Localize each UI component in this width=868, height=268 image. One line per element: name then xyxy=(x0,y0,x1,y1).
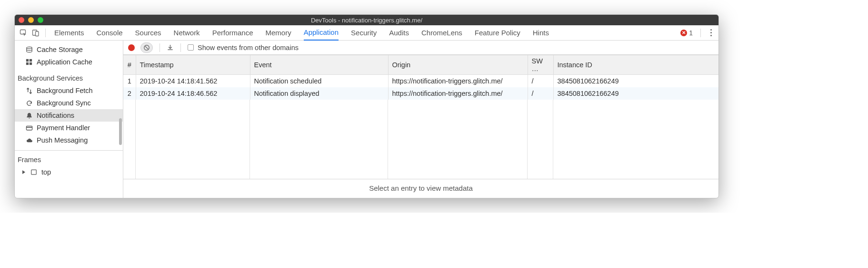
grid-icon xyxy=(25,58,33,66)
sidebar-item-push-messaging[interactable]: Push Messaging xyxy=(15,134,123,146)
window-minimize-button[interactable] xyxy=(28,17,34,23)
separator xyxy=(45,29,46,37)
more-menu-icon[interactable] xyxy=(708,27,714,38)
sidebar-item-frame-top[interactable]: top xyxy=(15,166,123,178)
table-row[interactable]: 1 2019-10-24 14:18:41.562 Notification s… xyxy=(123,75,718,88)
col-event[interactable]: Event xyxy=(250,55,388,75)
application-sidebar: Cache Storage Application Cache Backgrou… xyxy=(15,41,123,198)
panel-tabs: Elements Console Sources Network Perform… xyxy=(54,25,549,41)
scrollbar-thumb[interactable] xyxy=(119,118,122,145)
col-sw-scope[interactable]: SW … xyxy=(528,55,553,75)
cell-origin: https://notification-triggers.glitch.me/ xyxy=(388,75,528,88)
errors-badge[interactable]: ✕ 1 xyxy=(680,29,693,37)
cell-event: Notification scheduled xyxy=(250,75,388,88)
devtools-body: Cache Storage Application Cache Backgrou… xyxy=(15,41,718,198)
cell-sw-scope: / xyxy=(528,75,553,88)
tabbar-actions: ✕ 1 xyxy=(680,27,716,38)
sidebar-label: Cache Storage xyxy=(37,46,83,53)
table-empty-area xyxy=(123,100,718,179)
sidebar-label: Application Cache xyxy=(37,58,92,66)
main-panel: Show events from other domains # Timesta… xyxy=(123,41,718,198)
svg-rect-4 xyxy=(26,59,29,62)
checkbox-label: Show events from other domains xyxy=(198,44,299,52)
sidebar-item-cache-storage[interactable]: Cache Storage xyxy=(15,43,123,56)
window-title: DevTools - notification-triggers.glitch.… xyxy=(15,17,718,24)
error-icon: ✕ xyxy=(680,30,687,36)
frame-icon xyxy=(30,168,38,176)
tabbar: Elements Console Sources Network Perform… xyxy=(15,25,718,41)
triangle-right-icon xyxy=(21,168,26,176)
col-instance-id[interactable]: Instance ID xyxy=(553,55,718,75)
cell-number: 1 xyxy=(123,75,136,88)
tab-network[interactable]: Network xyxy=(174,25,200,41)
checkbox-icon xyxy=(188,44,194,51)
events-toolbar: Show events from other domains xyxy=(123,41,718,55)
tab-console[interactable]: Console xyxy=(97,25,123,41)
cell-timestamp: 2019-10-24 14:18:46.562 xyxy=(136,87,250,100)
svg-rect-9 xyxy=(31,170,37,175)
separator xyxy=(700,29,701,37)
tab-performance[interactable]: Performance xyxy=(212,25,253,41)
record-button[interactable] xyxy=(128,44,135,51)
sidebar-label: Background Fetch xyxy=(37,87,93,94)
svg-rect-8 xyxy=(26,126,32,130)
clear-icon xyxy=(143,44,150,51)
svg-rect-6 xyxy=(26,62,29,65)
traffic-lights xyxy=(19,17,43,23)
separator xyxy=(15,150,123,151)
sidebar-item-notifications[interactable]: Notifications xyxy=(15,109,123,122)
cell-instance-id: 3845081062166249 xyxy=(553,75,718,88)
col-origin[interactable]: Origin xyxy=(388,55,528,75)
tab-hints[interactable]: Hints xyxy=(533,25,549,41)
table-row[interactable]: 2 2019-10-24 14:18:46.562 Notification d… xyxy=(123,87,718,100)
inspect-element-icon[interactable] xyxy=(18,27,29,39)
tab-feature-policy[interactable]: Feature Policy xyxy=(475,25,520,41)
events-table: # Timestamp Event Origin SW … Instance I… xyxy=(123,55,718,198)
sidebar-group-background-services: Background Services xyxy=(15,72,123,84)
titlebar: DevTools - notification-triggers.glitch.… xyxy=(15,15,718,25)
cell-sw-scope: / xyxy=(528,87,553,100)
devtools-window: DevTools - notification-triggers.glitch.… xyxy=(14,14,719,198)
sync-icon xyxy=(25,99,33,107)
tab-application[interactable]: Application xyxy=(304,25,339,41)
tab-memory[interactable]: Memory xyxy=(266,25,291,41)
database-icon xyxy=(25,46,33,53)
sidebar-item-payment-handler[interactable]: Payment Handler xyxy=(15,122,123,134)
sidebar-label: Payment Handler xyxy=(37,124,90,132)
col-number[interactable]: # xyxy=(123,55,136,75)
device-toolbar-icon[interactable] xyxy=(30,27,41,39)
bell-icon xyxy=(25,112,33,119)
sidebar-label: Push Messaging xyxy=(37,136,88,144)
svg-rect-7 xyxy=(30,62,32,65)
cell-timestamp: 2019-10-24 14:18:41.562 xyxy=(136,75,250,88)
sidebar-group-frames: Frames xyxy=(15,154,123,166)
window-maximize-button[interactable] xyxy=(38,17,43,23)
cell-instance-id: 3845081062166249 xyxy=(553,87,718,100)
cell-event: Notification displayed xyxy=(250,87,388,100)
sidebar-label: Notifications xyxy=(37,112,74,119)
credit-card-icon xyxy=(25,124,33,132)
table-header-row: # Timestamp Event Origin SW … Instance I… xyxy=(123,55,718,75)
svg-rect-5 xyxy=(30,59,32,62)
col-timestamp[interactable]: Timestamp xyxy=(136,55,250,75)
tab-security[interactable]: Security xyxy=(351,25,377,41)
show-other-domains-checkbox[interactable]: Show events from other domains xyxy=(188,44,299,52)
download-icon xyxy=(167,44,174,51)
tab-elements[interactable]: Elements xyxy=(54,25,84,41)
cell-origin: https://notification-triggers.glitch.me/ xyxy=(388,87,528,100)
window-close-button[interactable] xyxy=(19,17,24,23)
cloud-icon xyxy=(25,136,33,144)
save-button[interactable] xyxy=(167,44,174,51)
tab-chromelens[interactable]: ChromeLens xyxy=(421,25,462,41)
cell-number: 2 xyxy=(123,87,136,100)
clear-button[interactable] xyxy=(140,42,153,53)
sidebar-label: Background Sync xyxy=(37,99,91,107)
sidebar-item-application-cache[interactable]: Application Cache xyxy=(15,56,123,68)
svg-rect-0 xyxy=(20,30,26,34)
separator xyxy=(160,43,160,52)
tab-audits[interactable]: Audits xyxy=(389,25,409,41)
sidebar-label: top xyxy=(41,168,51,176)
sidebar-item-background-fetch[interactable]: Background Fetch xyxy=(15,84,123,97)
sidebar-item-background-sync[interactable]: Background Sync xyxy=(15,97,123,109)
tab-sources[interactable]: Sources xyxy=(135,25,161,41)
